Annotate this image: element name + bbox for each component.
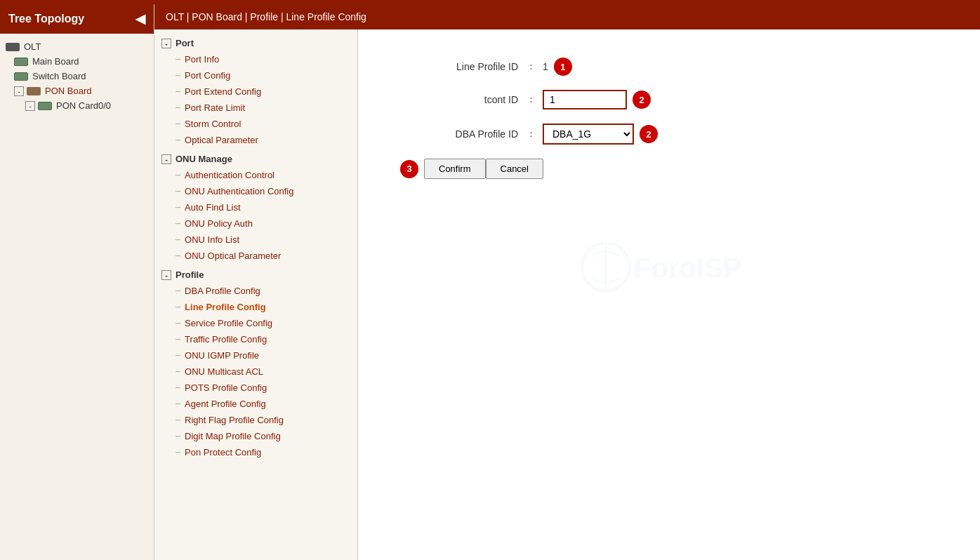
dba-profile-id-row: DBA Profile ID ： DBA_1G DBA_2G DBA_5G DB…: [400, 124, 938, 145]
nav-label-traffic-profile-config: Traffic Profile Config: [185, 334, 267, 345]
step-badge-3: 3: [400, 160, 418, 178]
nav-item-onu-multicast-acl[interactable]: ─ ONU Multicast ACL: [154, 364, 357, 380]
tree-label-pon-board: PON Board: [45, 86, 91, 96]
nav-item-onu-igmp-profile[interactable]: ─ ONU IGMP Profile: [154, 347, 357, 364]
onu-auth-bullet: ─: [176, 187, 180, 195]
nav-label-service-profile-config: Service Profile Config: [185, 318, 272, 328]
tree-item-switch-board[interactable]: Switch Board: [0, 69, 154, 84]
nav-item-pots-profile-config[interactable]: ─ POTS Profile Config: [154, 380, 357, 396]
nav-item-storm-control[interactable]: ─ Storm Control: [154, 116, 357, 132]
nav-item-digit-map-profile-config[interactable]: ─ Digit Map Profile Config: [154, 428, 357, 444]
port-config-bullet: ─: [176, 72, 180, 79]
nav-label-port-info: Port Info: [185, 54, 219, 65]
nav-item-onu-auth-config[interactable]: ─ ONU Authentication Config: [154, 183, 357, 199]
form-container: Line Profile ID ： 1 1 tcont ID ： 2: [358, 29, 980, 221]
nav-item-agent-profile-config[interactable]: ─ Agent Profile Config: [154, 396, 357, 412]
watermark: ForoISP: [578, 239, 760, 298]
switch-board-icon: [14, 72, 28, 81]
port-info-bullet: ─: [176, 55, 180, 63]
svg-text:ForoISP: ForoISP: [634, 253, 741, 284]
nav-item-port-rate-limit[interactable]: ─ Port Rate Limit: [154, 100, 357, 116]
pon-board-collapse[interactable]: -: [14, 86, 24, 96]
step-badge-1: 1: [554, 58, 572, 76]
nav-item-onu-optical-param[interactable]: ─ ONU Optical Parameter: [154, 248, 357, 264]
service-profile-bullet: ─: [176, 319, 180, 327]
onu-manage-collapse-btn[interactable]: -: [161, 154, 171, 164]
tree-label-olt: OLT: [24, 41, 41, 52]
port-extend-bullet: ─: [176, 88, 180, 95]
confirm-button[interactable]: Confirm: [424, 159, 486, 179]
sidebar-tree: OLT Main Board Switch Board - PON Board …: [0, 34, 154, 560]
nav-item-optical-parameter[interactable]: ─ Optical Parameter: [154, 132, 357, 148]
tcont-id-input[interactable]: [543, 90, 627, 109]
agent-profile-bullet: ─: [176, 400, 180, 408]
digit-map-bullet: ─: [176, 432, 180, 440]
pon-card-icon: [38, 102, 52, 110]
nav-section-header-onu-manage[interactable]: - ONU Manage: [154, 151, 357, 167]
tree-item-olt[interactable]: OLT: [0, 39, 154, 54]
tree-label-switch-board: Switch Board: [32, 71, 86, 81]
nav-label-onu-policy-auth: ONU Policy Auth: [185, 218, 253, 229]
dba-profile-bullet: ─: [176, 287, 180, 295]
cancel-button[interactable]: Cancel: [486, 159, 543, 179]
tree-item-pon-card[interactable]: - PON Card0/0: [0, 98, 154, 113]
nav-item-port-config[interactable]: ─ Port Config: [154, 67, 357, 84]
nav-label-agent-profile-config: Agent Profile Config: [185, 399, 266, 409]
nav-label-onu-igmp-profile: ONU IGMP Profile: [185, 350, 259, 361]
dba-profile-id-select[interactable]: DBA_1G DBA_2G DBA_5G DBA_10G: [543, 124, 634, 145]
dba-profile-id-label: DBA Profile ID: [400, 128, 527, 140]
profile-collapse-btn[interactable]: -: [161, 270, 171, 280]
nav-item-service-profile-config[interactable]: ─ Service Profile Config: [154, 315, 357, 331]
line-profile-id-colon: ：: [527, 60, 536, 73]
tcont-id-label: tcont ID: [400, 94, 527, 105]
nav-label-port-rate-limit: Port Rate Limit: [185, 102, 245, 113]
nav-label-pon-protect-config: Pon Protect Config: [185, 447, 261, 458]
tcont-id-row: tcont ID ： 2: [400, 90, 938, 109]
nav-item-line-profile-config[interactable]: ─ Line Profile Config: [154, 299, 357, 315]
dba-profile-id-colon: ：: [527, 128, 536, 140]
line-profile-bullet: ─: [176, 303, 180, 311]
nav-label-onu-multicast-acl: ONU Multicast ACL: [185, 366, 263, 377]
nav-section-onu-manage: - ONU Manage ─ Authentication Control ─ …: [154, 151, 357, 264]
line-profile-id-row: Line Profile ID ： 1 1: [400, 58, 938, 76]
tcont-id-colon: ：: [527, 93, 536, 106]
nav-label-optical-parameter: Optical Parameter: [185, 135, 258, 145]
profile-section-label: Profile: [176, 269, 204, 280]
nav-item-port-info[interactable]: ─ Port Info: [154, 51, 357, 67]
pon-card-collapse[interactable]: -: [25, 101, 35, 111]
nav-item-onu-info-list[interactable]: ─ ONU Info List: [154, 232, 357, 248]
content-area: OLT | PON Board | Profile | Line Profile…: [154, 4, 980, 560]
tree-item-main-board[interactable]: Main Board: [0, 54, 154, 69]
nav-item-port-extend-config[interactable]: ─ Port Extend Config: [154, 84, 357, 100]
nav-item-auth-control[interactable]: ─ Authentication Control: [154, 167, 357, 183]
nav-label-pots-profile-config: POTS Profile Config: [185, 382, 267, 393]
nav-label-digit-map-profile-config: Digit Map Profile Config: [185, 431, 281, 441]
svg-point-0: [582, 244, 630, 291]
nav-label-auth-control: Authentication Control: [185, 170, 274, 180]
nav-item-pon-protect-config[interactable]: ─ Pon Protect Config: [154, 444, 357, 460]
traffic-profile-bullet: ─: [176, 335, 180, 343]
nav-label-port-extend-config: Port Extend Config: [185, 86, 261, 97]
nav-item-auto-find-list[interactable]: ─ Auto Find List: [154, 199, 357, 215]
nav-label-port-config: Port Config: [185, 70, 230, 81]
right-flag-bullet: ─: [176, 416, 180, 424]
port-collapse-btn[interactable]: -: [161, 39, 171, 48]
onu-multicast-bullet: ─: [176, 368, 180, 375]
nav-section-header-port[interactable]: - Port: [154, 35, 357, 51]
sidebar-title: Tree Topology: [8, 13, 84, 25]
tree-item-pon-board[interactable]: - PON Board: [0, 84, 154, 98]
step-badge-dba: 2: [640, 125, 658, 143]
nav-item-dba-profile-config[interactable]: ─ DBA Profile Config: [154, 283, 357, 299]
nav-item-right-flag-profile-config[interactable]: ─ Right Flag Profile Config: [154, 412, 357, 428]
nav-panel: - Port ─ Port Info ─ Port Config ─ Port …: [154, 29, 358, 560]
step-badge-2: 2: [633, 91, 651, 109]
nav-section-port: - Port ─ Port Info ─ Port Config ─ Port …: [154, 35, 357, 148]
nav-label-auto-find-list: Auto Find List: [185, 202, 241, 213]
nav-item-traffic-profile-config[interactable]: ─ Traffic Profile Config: [154, 331, 357, 347]
olt-icon: [6, 43, 20, 51]
sidebar-toggle-icon[interactable]: ◀: [135, 11, 145, 27]
nav-item-onu-policy-auth[interactable]: ─ ONU Policy Auth: [154, 215, 357, 232]
nav-section-header-profile[interactable]: - Profile: [154, 267, 357, 283]
tree-label-pon-card: PON Card0/0: [56, 100, 111, 111]
pon-board-icon: [27, 87, 41, 95]
